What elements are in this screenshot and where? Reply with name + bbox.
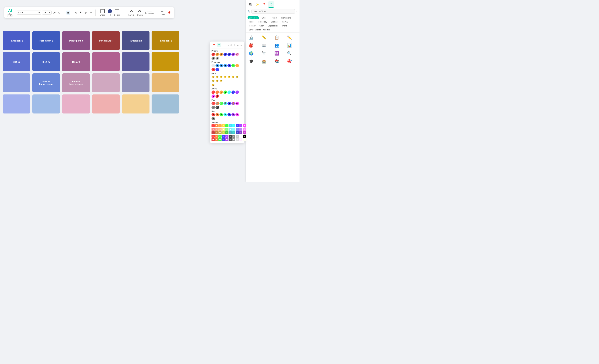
- symbol-item-22[interactable]: ☎: [219, 131, 221, 134]
- clipart-telescope[interactable]: 🔭: [260, 50, 268, 57]
- tab-shape[interactable]: ⬡: [268, 1, 274, 8]
- symbol-item-15[interactable]: ☁: [229, 128, 232, 131]
- underline-button[interactable]: U: [74, 10, 78, 15]
- flag-icon-7[interactable]: 🏳: [235, 102, 239, 105]
- category-tag-holiday[interactable]: Holiday: [247, 24, 257, 27]
- view-list-button[interactable]: ≡: [227, 43, 229, 47]
- clipart-book[interactable]: 📖: [260, 42, 268, 49]
- clipart-ruler[interactable]: 📏: [260, 34, 268, 41]
- font-decrease-button[interactable]: A-: [58, 11, 61, 14]
- symbol-item-42[interactable]: ❸: [219, 138, 221, 141]
- progress-icon-9[interactable]: ↑: [215, 68, 219, 71]
- font-size-select[interactable]: 16 12 14 18 24: [42, 10, 52, 15]
- view-forward-button[interactable]: ↪: [240, 43, 243, 47]
- arrow-icon-6[interactable]: ↙: [231, 91, 235, 94]
- clipart-target[interactable]: 🎯: [286, 58, 293, 65]
- progress-icon-6[interactable]: ✔: [231, 64, 235, 67]
- symbol-item-25[interactable]: ⚓: [229, 131, 232, 134]
- card-r1-c3[interactable]: [92, 52, 120, 71]
- symbol-item-23[interactable]: ✉: [222, 131, 225, 134]
- card-r1-c4[interactable]: [122, 52, 150, 71]
- priority-icon-6[interactable]: ⑥: [231, 53, 235, 56]
- font-increase-button[interactable]: A+: [53, 11, 57, 14]
- category-tag-office[interactable]: Office: [260, 16, 268, 19]
- symbol-item-36[interactable]: ⊝: [232, 135, 235, 138]
- arrow-icon-9[interactable]: ↺: [215, 94, 219, 98]
- symbol-item-48[interactable]: ❾: [239, 138, 242, 141]
- arrow-icon-3[interactable]: →: [220, 91, 223, 94]
- progress-icon-7[interactable]: !: [235, 64, 239, 67]
- clipart-globe[interactable]: 🌍: [247, 50, 255, 57]
- card-r1-c1[interactable]: Idea #2: [32, 52, 60, 71]
- symbol-item-24[interactable]: ✈: [225, 131, 229, 134]
- star-icon-6[interactable]: ★: [231, 113, 235, 116]
- symbol-item-41[interactable]: ❷: [215, 138, 218, 141]
- clipart-school[interactable]: 🏫: [260, 58, 268, 65]
- tab-location[interactable]: 📍: [261, 1, 267, 8]
- symbol-item-37[interactable]: ⊞: [236, 135, 239, 138]
- category-tag-expressions[interactable]: Expressions: [266, 24, 280, 27]
- flag-icon-9[interactable]: 🏴: [215, 106, 219, 109]
- symbol-item-49[interactable]: ❿: [243, 138, 246, 141]
- card-r0-c5[interactable]: Participant 6: [151, 31, 179, 50]
- arrow-icon-4[interactable]: ↘: [223, 91, 227, 94]
- view-compact-button[interactable]: ⊟: [233, 43, 236, 47]
- card-r3-c3[interactable]: [92, 94, 120, 113]
- star-icon-5[interactable]: ★: [228, 113, 231, 116]
- category-tag-tourism[interactable]: Tourism: [269, 16, 279, 19]
- symbol-item-14[interactable]: ☀: [225, 128, 229, 131]
- fill-button[interactable]: Fill: [108, 9, 112, 16]
- symbol-item-18[interactable]: ⚡: [239, 128, 242, 131]
- symbol-item-30[interactable]: ⊕: [211, 135, 215, 138]
- arrow-icon-7[interactable]: ←: [235, 91, 239, 94]
- star-icon-3[interactable]: ★: [220, 113, 223, 116]
- face-icon-1[interactable]: 😀: [211, 75, 215, 78]
- symbol-item-28[interactable]: ⚛: [239, 131, 242, 134]
- flag-icon-2[interactable]: 🏁: [215, 102, 219, 105]
- card-r3-c4[interactable]: [122, 94, 150, 113]
- symbol-item-10[interactable]: △: [211, 128, 215, 131]
- priority-icon-4[interactable]: ④: [223, 53, 227, 56]
- priority-icon-1[interactable]: ①: [211, 53, 215, 56]
- clipart-graduation[interactable]: 🎓: [247, 58, 255, 65]
- flag-icon-1[interactable]: 🚩: [211, 102, 215, 105]
- symbol-item-0[interactable]: ♠: [211, 124, 215, 127]
- symbol-item-47[interactable]: ❽: [236, 138, 239, 141]
- italic-button[interactable]: I: [71, 10, 74, 15]
- face-icon-5[interactable]: 😕: [228, 75, 231, 78]
- clipart-board[interactable]: 📋: [273, 34, 280, 41]
- symbol-item-11[interactable]: ▽: [215, 128, 218, 131]
- face-icon-2[interactable]: 😊: [215, 75, 219, 78]
- border-button[interactable]: Border: [114, 9, 120, 16]
- face-icon-6[interactable]: 😟: [231, 75, 235, 78]
- face-icon-3[interactable]: 🙂: [220, 75, 223, 78]
- star-icon-8[interactable]: ★: [211, 117, 215, 120]
- card-r3-c5[interactable]: [151, 94, 179, 113]
- clipart-backpack[interactable]: 🎒: [247, 42, 255, 49]
- category-tag-technology[interactable]: Technology: [256, 20, 269, 23]
- card-r0-c3[interactable]: Participant 4: [92, 31, 120, 50]
- pin-button[interactable]: 📌: [167, 10, 171, 15]
- more-button[interactable]: ··· More: [161, 9, 165, 16]
- star-icon-2[interactable]: ★: [215, 113, 219, 116]
- face-icon-10[interactable]: 😁: [220, 79, 223, 83]
- face-icon-8[interactable]: 😭: [211, 79, 215, 83]
- ai-logo[interactable]: AI: [8, 8, 12, 13]
- detail-tab-shape[interactable]: ⬡: [217, 43, 221, 47]
- symbol-item-35[interactable]: ⊛: [229, 135, 232, 138]
- symbol-item-27[interactable]: ⚙: [236, 131, 239, 134]
- detail-tab-location[interactable]: 📍: [211, 43, 216, 47]
- priority-icon-8[interactable]: ⑧: [211, 57, 215, 60]
- category-tag-plant[interactable]: Plant: [281, 24, 288, 27]
- symbol-item-39[interactable]: ⊠: [243, 135, 246, 138]
- connector-button[interactable]: Connector: [145, 11, 154, 14]
- card-r2-c5[interactable]: [151, 73, 179, 92]
- card-r2-c1[interactable]: Idea #2 Improvement: [32, 73, 60, 92]
- clipart-books[interactable]: 📚: [273, 58, 280, 65]
- star-icon-1[interactable]: ★: [211, 113, 215, 116]
- face-icon-7[interactable]: 😢: [235, 75, 239, 78]
- progress-icon-1[interactable]: ○: [211, 64, 215, 67]
- search-close-icon[interactable]: ✕: [296, 10, 298, 13]
- card-r2-c3[interactable]: [92, 73, 120, 92]
- card-r2-c0[interactable]: [3, 73, 30, 92]
